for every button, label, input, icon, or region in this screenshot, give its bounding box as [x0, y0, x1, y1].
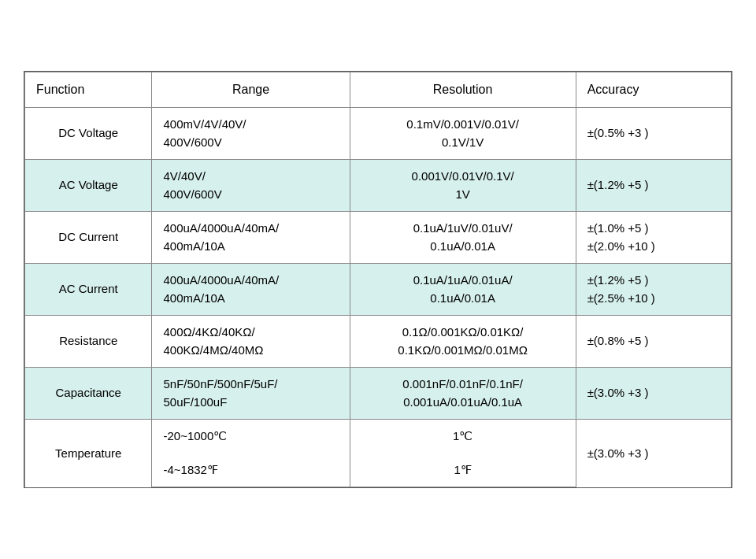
spec-table-wrapper: Function Range Resolution Accuracy DC Vo…: [24, 71, 732, 488]
header-row: Function Range Resolution Accuracy: [25, 72, 732, 108]
range-cell: 5nF/50nF/500nF/5uF/50uF/100uF: [152, 368, 350, 420]
function-cell: AC Current: [25, 264, 152, 316]
spec-table: Function Range Resolution Accuracy DC Vo…: [24, 72, 732, 487]
function-cell: DC Voltage: [25, 108, 152, 160]
range-cell: 400mV/4V/40V/400V/600V: [152, 108, 350, 160]
accuracy-cell: ±(1.0% +5 )±(2.0% +10 ): [576, 212, 731, 264]
resolution-cell: 0.1uA/1uV/0.01uV/0.1uA/0.01A: [350, 212, 576, 264]
header-accuracy: Accuracy: [576, 72, 731, 108]
resolution-cell: 0.001nF/0.01nF/0.1nF/0.001uA/0.01uA/0.1u…: [350, 368, 576, 420]
header-resolution: Resolution: [350, 72, 576, 108]
range-cell: -20~1000℃: [152, 420, 350, 453]
table-row: DC Current 400uA/4000uA/40mA/400mA/10A 0…: [25, 212, 732, 264]
header-range: Range: [152, 72, 350, 108]
resolution-cell: 0.1mV/0.001V/0.01V/0.1V/1V: [350, 108, 576, 160]
accuracy-cell: ±(3.0% +3 ): [576, 420, 731, 487]
accuracy-cell: ±(3.0% +3 ): [576, 368, 731, 420]
function-cell: Temperature: [25, 420, 152, 487]
accuracy-cell: ±(1.2% +5 ): [576, 160, 731, 212]
table-row: Temperature -20~1000℃ 1℃ ±(3.0% +3 ): [25, 420, 732, 453]
function-cell: Capacitance: [25, 368, 152, 420]
range-cell: 400uA/4000uA/40mA/400mA/10A: [152, 212, 350, 264]
table-row: Resistance 400Ω/4KΩ/40KΩ/400KΩ/4MΩ/40MΩ …: [25, 316, 732, 368]
resolution-cell: 0.001V/0.01V/0.1V/1V: [350, 160, 576, 212]
resolution-cell: 0.1uA/1uA/0.01uA/0.1uA/0.01A: [350, 264, 576, 316]
accuracy-cell: ±(0.8% +5 ): [576, 316, 731, 368]
function-cell: AC Voltage: [25, 160, 152, 212]
accuracy-cell: ±(0.5% +3 ): [576, 108, 731, 160]
table-row: AC Voltage 4V/40V/400V/600V 0.001V/0.01V…: [25, 160, 732, 212]
function-cell: DC Current: [25, 212, 152, 264]
table-row: AC Current 400uA/4000uA/40mA/400mA/10A 0…: [25, 264, 732, 316]
resolution-cell: 1℉: [350, 453, 576, 487]
range-cell: -4~1832℉: [152, 453, 350, 487]
resolution-cell: 0.1Ω/0.001KΩ/0.01KΩ/0.1KΩ/0.001MΩ/0.01MΩ: [350, 316, 576, 368]
range-cell: 400Ω/4KΩ/40KΩ/400KΩ/4MΩ/40MΩ: [152, 316, 350, 368]
function-cell: Resistance: [25, 316, 152, 368]
resolution-cell: 1℃: [350, 420, 576, 453]
table-row: Capacitance 5nF/50nF/500nF/5uF/50uF/100u…: [25, 368, 732, 420]
range-cell: 400uA/4000uA/40mA/400mA/10A: [152, 264, 350, 316]
header-function: Function: [25, 72, 152, 108]
accuracy-cell: ±(1.2% +5 )±(2.5% +10 ): [576, 264, 731, 316]
table-row: DC Voltage 400mV/4V/40V/400V/600V 0.1mV/…: [25, 108, 732, 160]
range-cell: 4V/40V/400V/600V: [152, 160, 350, 212]
